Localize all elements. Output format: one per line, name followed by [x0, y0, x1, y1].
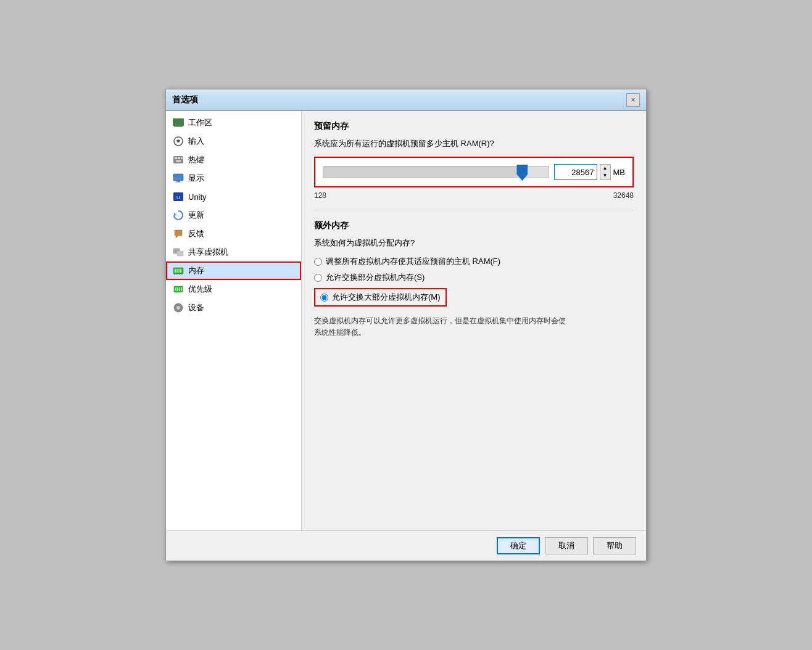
- value-input-group: ▲ ▼ MB: [554, 164, 626, 180]
- feedback-icon: [172, 228, 184, 240]
- sidebar-item-update[interactable]: 更新: [166, 206, 301, 224]
- sidebar-item-priority-label: 优先级: [188, 284, 212, 295]
- footer: 确定 取消 帮助: [166, 530, 646, 561]
- svg-rect-25: [181, 274, 183, 275]
- svg-rect-10: [176, 181, 180, 182]
- sidebar-item-unity-label: Unity: [188, 192, 207, 202]
- shared-vm-icon: [172, 246, 184, 258]
- svg-rect-30: [181, 287, 182, 291]
- sidebar-item-shared-vm[interactable]: 共享虚拟机: [166, 243, 301, 261]
- note-text: 交换虚拟机内存可以允许更多虚拟机运行，但是在虚拟机集中使用内存时会使系统性能降低…: [314, 315, 634, 339]
- radio-option-1[interactable]: 调整所有虚拟机内存使其适应预留的主机 RAM(F): [314, 256, 634, 267]
- radio-label-2: 允许交换部分虚拟机内存(S): [326, 272, 425, 283]
- priority-icon: [172, 283, 184, 295]
- dialog-body: 工作区 输入 热键 显示: [166, 111, 646, 530]
- input-icon: [172, 135, 184, 147]
- svg-point-3: [177, 140, 180, 142]
- svg-rect-18: [175, 269, 176, 273]
- workspace-icon: [172, 117, 184, 129]
- section1-desc: 系统应为所有运行的虚拟机预留多少主机 RAM(R)?: [314, 138, 634, 149]
- radio-input-1[interactable]: [314, 258, 322, 266]
- svg-rect-29: [179, 287, 180, 291]
- svg-rect-9: [173, 174, 183, 181]
- svg-rect-20: [178, 269, 180, 273]
- slider-thumb: [516, 165, 528, 181]
- svg-rect-5: [175, 157, 177, 159]
- ok-button[interactable]: 确定: [497, 537, 540, 554]
- sidebar: 工作区 输入 热键 显示: [166, 111, 302, 530]
- sidebar-item-hotkey-label: 热键: [188, 154, 204, 165]
- sidebar-item-hotkey[interactable]: 热键: [166, 150, 301, 169]
- memory-slider-container: ▲ ▼ MB: [314, 157, 634, 187]
- title-bar: 首选项 ×: [166, 89, 646, 111]
- svg-rect-23: [176, 274, 178, 275]
- sidebar-item-memory[interactable]: 内存: [166, 261, 301, 280]
- radio-option-3[interactable]: 允许交换大部分虚拟机内存(M): [314, 288, 447, 306]
- svg-rect-21: [180, 269, 181, 273]
- radio-label-3: 允许交换大部分虚拟机内存(M): [332, 292, 441, 303]
- slider-row: ▲ ▼ MB: [323, 164, 625, 180]
- sidebar-item-device-label: 设备: [188, 302, 204, 313]
- slider-max-label: 32648: [613, 191, 634, 200]
- section1-title: 预留内存: [314, 121, 634, 132]
- sidebar-item-workspace[interactable]: 工作区: [166, 113, 301, 132]
- radio-option-2[interactable]: 允许交换部分虚拟机内存(S): [314, 272, 634, 283]
- svg-rect-4: [173, 156, 183, 163]
- section2-title: 额外内存: [314, 220, 634, 231]
- unity-icon: U: [172, 191, 184, 203]
- section2-desc: 系统如何为虚拟机分配内存?: [314, 237, 634, 249]
- dialog-title: 首选项: [172, 94, 198, 105]
- svg-rect-6: [178, 157, 180, 159]
- spin-down-button[interactable]: ▼: [600, 172, 610, 179]
- slider-range-row: 128 32648: [314, 191, 634, 200]
- spinner-buttons: ▲ ▼: [600, 164, 611, 180]
- radio-input-2[interactable]: [314, 274, 322, 282]
- radio-group: 调整所有虚拟机内存使其适应预留的主机 RAM(F) 允许交换部分虚拟机内存(S)…: [314, 256, 634, 306]
- slider-fill: [323, 167, 519, 178]
- svg-rect-28: [177, 287, 178, 291]
- sidebar-item-feedback[interactable]: 反馈: [166, 224, 301, 243]
- close-button[interactable]: ×: [626, 93, 640, 107]
- sidebar-item-unity[interactable]: U Unity: [166, 187, 301, 206]
- sidebar-item-device[interactable]: 设备: [166, 298, 301, 317]
- svg-rect-22: [174, 274, 175, 275]
- radio-input-3[interactable]: [320, 294, 328, 302]
- unit-label: MB: [613, 168, 626, 177]
- sidebar-item-input-label: 输入: [188, 136, 204, 147]
- svg-rect-24: [179, 274, 180, 275]
- sidebar-item-memory-label: 内存: [188, 265, 204, 276]
- cancel-button[interactable]: 取消: [545, 537, 588, 554]
- svg-marker-14: [174, 213, 176, 215]
- sidebar-item-priority[interactable]: 优先级: [166, 280, 301, 298]
- svg-rect-27: [175, 287, 176, 291]
- update-icon: [172, 209, 184, 221]
- sidebar-item-workspace-label: 工作区: [188, 117, 212, 128]
- device-icon: [172, 302, 184, 314]
- sidebar-item-display-label: 显示: [188, 173, 204, 184]
- slider-min-label: 128: [314, 191, 326, 200]
- hotkey-icon: [172, 154, 184, 166]
- sidebar-item-update-label: 更新: [188, 210, 204, 221]
- note-content: 交换虚拟机内存可以允许更多虚拟机运行，但是在虚拟机集中使用内存时会使系统性能降低…: [314, 316, 566, 337]
- content-area: 预留内存 系统应为所有运行的虚拟机预留多少主机 RAM(R)? ▲ ▼: [302, 111, 646, 530]
- sidebar-item-shared-vm-label: 共享虚拟机: [188, 247, 228, 258]
- svg-rect-0: [173, 118, 184, 126]
- sidebar-item-display[interactable]: 显示: [166, 169, 301, 187]
- preferences-dialog: 首选项 × 工作区 输入: [165, 89, 647, 561]
- svg-point-32: [176, 306, 180, 310]
- svg-rect-1: [174, 126, 183, 127]
- svg-rect-19: [176, 269, 178, 273]
- section-divider: [314, 210, 634, 210]
- help-button[interactable]: 帮助: [593, 537, 636, 554]
- radio-label-1: 调整所有虚拟机内存使其适应预留的主机 RAM(F): [326, 256, 500, 267]
- svg-rect-8: [176, 160, 181, 162]
- display-icon: [172, 172, 184, 184]
- memory-value-input[interactable]: [554, 164, 597, 180]
- svg-text:U: U: [176, 195, 180, 200]
- svg-rect-7: [181, 157, 183, 159]
- spin-up-button[interactable]: ▲: [600, 165, 610, 172]
- sidebar-item-feedback-label: 反馈: [188, 228, 204, 239]
- sidebar-item-input[interactable]: 输入: [166, 132, 301, 150]
- svg-rect-11: [175, 182, 181, 183]
- memory-slider[interactable]: [323, 166, 549, 178]
